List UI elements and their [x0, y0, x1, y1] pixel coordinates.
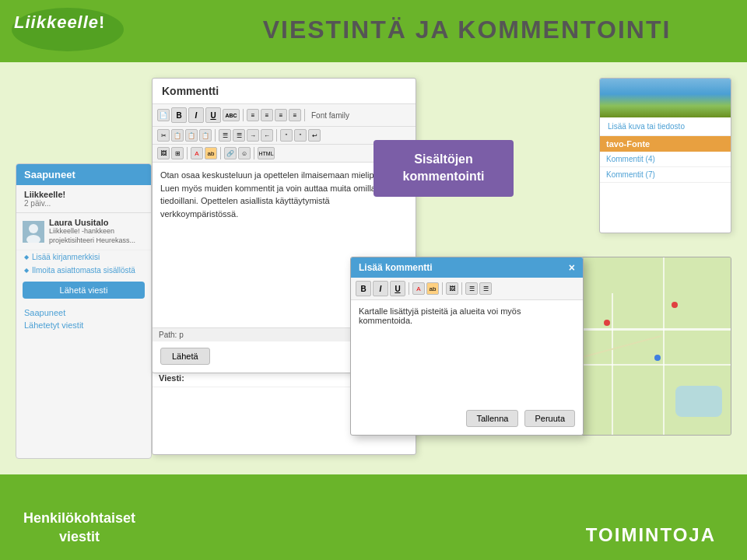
sep3 [215, 129, 216, 142]
dialog-hl[interactable]: ab [426, 282, 439, 295]
sep2 [304, 109, 305, 121]
dialog-sep3 [461, 282, 462, 295]
svg-point-2 [29, 224, 38, 233]
panel-right-comments-2[interactable]: Kommentit (7) [600, 167, 731, 183]
outdent-icon[interactable]: ← [261, 129, 273, 142]
align-left-icon[interactable]: ≡ [247, 109, 259, 121]
panel-nav-links: Saapuneet Lähetetyt viestit [16, 303, 151, 334]
sep4 [276, 129, 277, 142]
italic-button[interactable]: I [188, 107, 204, 123]
ol-icon[interactable]: ☰ [233, 129, 245, 142]
send-message-button[interactable]: Lähetä viesti [23, 282, 145, 299]
sep1 [243, 109, 244, 121]
panel-left: Saapuneet Liikkeelle! 2 päiv... Laura Uu… [16, 163, 152, 459]
bottom-right-label: TOIMINTOJA [586, 524, 716, 546]
message-label: Viesti: [159, 373, 213, 383]
sep6 [220, 147, 221, 159]
map-panel [560, 257, 731, 436]
logo: LiikkeeLLe! [9, 6, 134, 53]
map-grid [561, 257, 731, 435]
avatar [23, 221, 44, 243]
panel-user-row: Laura Uusitalo Liikkeelle! -hankkeen pro… [16, 213, 151, 250]
dialog-color[interactable]: A [412, 282, 425, 295]
panel-right-add-link[interactable]: Lisää kuva tai tiedosto [600, 117, 731, 136]
indent-icon[interactable]: → [247, 129, 259, 142]
html-icon[interactable]: HTML [258, 147, 275, 159]
bold-button[interactable]: B [171, 107, 187, 123]
panel-message: Liikkeelle! 2 päiv... [16, 185, 151, 213]
content-area: Saapuneet Liikkeelle! 2 päiv... Laura Uu… [0, 62, 747, 474]
callout-text: Sisältöjen kommentointi [403, 152, 485, 183]
color-icon[interactable]: A [191, 147, 203, 159]
dialog-ul[interactable]: ☰ [465, 282, 478, 295]
align-center-icon[interactable]: ≡ [261, 109, 273, 121]
dialog-italic[interactable]: I [373, 281, 388, 296]
panel-right-partial: Lisää kuva tai tiedosto tavo-Fonte Komme… [599, 78, 731, 233]
image-icon[interactable]: 🖼 [157, 147, 170, 159]
dialog-actions: Tallenna Peruuta [466, 410, 575, 427]
abc-button[interactable]: ABC [223, 109, 240, 121]
quote-icon[interactable]: " [280, 129, 293, 142]
table-icon[interactable]: ⊞ [171, 147, 184, 159]
panel-link-row-1: Lisää kirjanmerkkisi [16, 250, 151, 264]
cut-icon[interactable]: ✂ [157, 129, 170, 142]
panel-right-comments[interactable]: Kommentit (4) [600, 152, 731, 167]
send-button[interactable]: Lähetä [160, 348, 210, 365]
cancel-button[interactable]: Peruuta [524, 410, 575, 427]
copy-icon[interactable]: 📋 [171, 129, 184, 142]
bottom-left-label: Henkilökohtaiset viestit [23, 509, 135, 546]
dialog-title: Lisää kommentti [359, 262, 433, 273]
align-right-icon[interactable]: ≡ [275, 109, 287, 121]
dialog-comment: Lisää kommentti × B I U A ab 🖼 ☰ ☰ Karta… [350, 257, 584, 436]
panel-editor-title: Kommentti [153, 79, 416, 104]
dialog-sep1 [409, 282, 409, 295]
sep5 [187, 147, 188, 159]
panel-user-info: Laura Uusitalo Liikkeelle! -hankkeen pro… [49, 218, 145, 245]
dialog-toolbar: B I U A ab 🖼 ☰ ☰ [351, 278, 583, 300]
editor-toolbar-1: 📄 B I U ABC ≡ ≡ ≡ ≡ Font family [153, 104, 416, 127]
align-justify-icon[interactable]: ≡ [289, 109, 301, 121]
font-family-label: Font family [311, 111, 349, 120]
ul-icon[interactable]: ☰ [219, 129, 231, 142]
editor-body-text: Otan osaa keskusteluun ja opettelen ilma… [160, 170, 397, 219]
link-icon[interactable]: 🔗 [224, 147, 237, 159]
panel-link-row-2: Ilmoita asiattomasta sisällöstä [16, 264, 151, 277]
undo-icon[interactable]: ↩ [308, 129, 321, 142]
callout-purple: Sisältöjen kommentointi [374, 140, 514, 197]
send-button-container: Lähetä [160, 348, 210, 365]
page-title: VIESTINTÄ JA KOMMENTOINTI [202, 16, 731, 44]
highlight-icon[interactable]: ab [205, 147, 217, 159]
dialog-sep2 [442, 282, 443, 295]
nav-saapuneet[interactable]: Saapuneet [24, 306, 143, 319]
quote2-icon[interactable]: " [294, 129, 307, 142]
smile-icon[interactable]: ☺ [238, 147, 251, 159]
panel-right-top-image [600, 79, 731, 117]
dialog-img[interactable]: 🖼 [446, 282, 458, 295]
sep7 [254, 147, 254, 159]
dialog-close-button[interactable]: × [569, 261, 575, 274]
underline-button[interactable]: U [205, 107, 221, 123]
paste2-icon[interactable]: 📋 [199, 129, 212, 142]
dialog-underline[interactable]: U [390, 281, 405, 296]
save-button[interactable]: Tallenna [466, 410, 518, 427]
nav-lahetetyt[interactable]: Lähetetyt viestit [24, 319, 143, 331]
dialog-body-text: Kartalle lisättyjä pisteitä ja alueita v… [359, 306, 521, 325]
dialog-title-bar: Lisää kommentti × [351, 257, 583, 278]
dialog-bold[interactable]: B [356, 281, 371, 296]
dialog-ol[interactable]: ☰ [479, 282, 492, 295]
paste-icon[interactable]: 📋 [185, 129, 198, 142]
panel-left-header: Saapuneet [16, 164, 151, 185]
doc-icon[interactable]: 📄 [157, 109, 170, 121]
panel-right-orange-bar: tavo-Fonte [600, 136, 731, 152]
dialog-body[interactable]: Kartalle lisättyjä pisteitä ja alueita v… [351, 300, 583, 362]
